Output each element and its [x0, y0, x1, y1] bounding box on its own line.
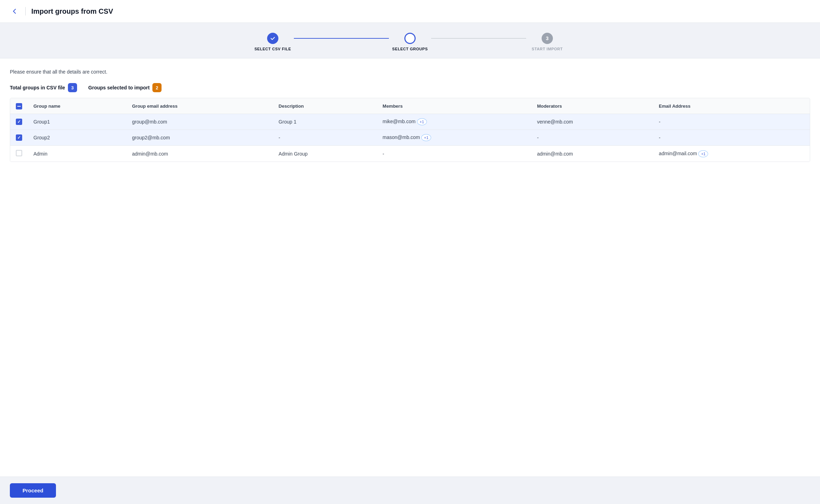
row-1-checkbox-cell[interactable] [10, 130, 28, 146]
total-groups-stat: Total groups in CSV file 3 [10, 83, 77, 92]
total-groups-badge: 3 [68, 83, 77, 92]
row-1-members-extra: +1 [421, 134, 431, 141]
row-2-group-email: admin@mb.com [126, 146, 273, 162]
row-1-checkbox[interactable] [16, 134, 22, 141]
groups-table: Group name Group email address Descripti… [10, 98, 810, 162]
row-0-checkbox[interactable] [16, 119, 22, 125]
select-all-header[interactable] [10, 98, 28, 114]
header: Import groups from CSV [0, 0, 820, 23]
step-3-label: START IMPORT [532, 47, 563, 51]
row-2-checkbox[interactable] [16, 150, 22, 156]
col-moderators: Moderators [531, 98, 653, 114]
step-1-circle [267, 33, 278, 44]
footer: Proceed [0, 477, 820, 504]
row-1-group-email: group2@mb.com [126, 130, 273, 146]
main-content: Please ensure that all the details are c… [0, 58, 820, 477]
selected-groups-stat: Groups selected to import 2 [88, 83, 162, 92]
step-1-label: SELECT CSV FILE [254, 47, 291, 51]
col-email-address: Email Address [653, 98, 810, 114]
row-0-members: mike@mb.com+1 [377, 114, 531, 130]
col-members: Members [377, 98, 531, 114]
row-2-checkbox-cell[interactable] [10, 146, 28, 162]
groups-table-container: Group name Group email address Descripti… [10, 98, 810, 162]
step-2-circle [404, 33, 416, 44]
row-1-description: - [273, 130, 377, 146]
table-row: Adminadmin@mb.comAdmin Group-admin@mb.co… [10, 146, 810, 162]
row-0-checkbox-cell[interactable] [10, 114, 28, 130]
row-2-members: - [377, 146, 531, 162]
total-groups-label: Total groups in CSV file [10, 85, 65, 90]
col-description: Description [273, 98, 377, 114]
row-0-moderators: venne@mb.com [531, 114, 653, 130]
row-0-email-address: - [653, 114, 810, 130]
page-title: Import groups from CSV [31, 7, 113, 15]
row-1-members: mason@mb.com+1 [377, 130, 531, 146]
row-1-moderators: - [531, 130, 653, 146]
select-all-checkbox[interactable] [16, 103, 22, 109]
step-2: SELECT GROUPS [389, 33, 431, 51]
row-0-group-email: group@mb.com [126, 114, 273, 130]
table-row: Group1group@mb.comGroup 1mike@mb.com+1ve… [10, 114, 810, 130]
row-0-name: Group1 [28, 114, 126, 130]
connector-2 [431, 38, 526, 39]
col-group-email: Group email address [126, 98, 273, 114]
stepper-section: SELECT CSV FILE SELECT GROUPS 3 START IM… [0, 23, 820, 58]
step-1: SELECT CSV FILE [252, 33, 294, 51]
selected-groups-label: Groups selected to import [88, 85, 150, 90]
ensure-text: Please ensure that all the details are c… [10, 69, 810, 75]
stats-row: Total groups in CSV file 3 Groups select… [10, 83, 810, 92]
page-wrapper: Import groups from CSV SELECT CSV FILE S… [0, 0, 820, 504]
row-1-name: Group2 [28, 130, 126, 146]
table-row: Group2group2@mb.com-mason@mb.com+1-- [10, 130, 810, 146]
row-2-moderators: admin@mb.com [531, 146, 653, 162]
row-2-email-address: admin@mail.com+1 [653, 146, 810, 162]
col-group-name: Group name [28, 98, 126, 114]
connector-1 [294, 38, 389, 39]
row-0-description: Group 1 [273, 114, 377, 130]
row-2-name: Admin [28, 146, 126, 162]
row-1-email-address: - [653, 130, 810, 146]
stepper: SELECT CSV FILE SELECT GROUPS 3 START IM… [252, 33, 568, 51]
header-divider [25, 7, 26, 15]
table-header-row: Group name Group email address Descripti… [10, 98, 810, 114]
back-button[interactable] [10, 6, 20, 16]
step-3: 3 START IMPORT [526, 33, 568, 51]
row-2-description: Admin Group [273, 146, 377, 162]
step-2-label: SELECT GROUPS [392, 47, 428, 51]
proceed-button[interactable]: Proceed [10, 483, 56, 498]
selected-groups-badge: 2 [152, 83, 162, 92]
step-3-circle: 3 [542, 33, 553, 44]
row-2-email-address-extra: +1 [698, 150, 708, 157]
row-0-members-extra: +1 [417, 118, 427, 125]
